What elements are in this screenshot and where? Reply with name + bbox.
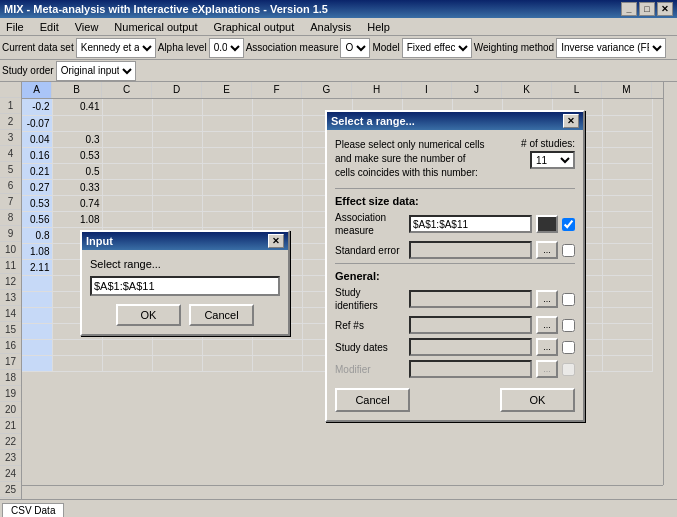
study-identifiers-checkbox[interactable] [562, 293, 575, 306]
cell-a6[interactable]: 0.27 [22, 179, 52, 195]
menu-graphical[interactable]: Graphical output [210, 20, 299, 34]
cell-f1[interactable] [252, 99, 302, 115]
cell-e6[interactable] [202, 179, 252, 195]
cell-d1[interactable] [152, 99, 202, 115]
association-checkbox[interactable] [562, 218, 575, 231]
minimize-btn[interactable]: _ [621, 2, 637, 16]
cell-a11[interactable]: 2.11 [22, 259, 52, 275]
cell-m10[interactable] [602, 243, 652, 259]
modifier-button[interactable]: ... [536, 360, 558, 378]
cell-m7[interactable] [602, 195, 652, 211]
cell-a2[interactable]: -0.07 [22, 115, 52, 131]
menu-analysis[interactable]: Analysis [306, 20, 355, 34]
col-header-c[interactable]: C [102, 82, 152, 98]
close-btn[interactable]: ✕ [657, 2, 673, 16]
input-dialog-close-btn[interactable]: ✕ [268, 234, 284, 248]
ref-numbers-checkbox[interactable] [562, 319, 575, 332]
cell-c7[interactable] [102, 195, 152, 211]
cell-a5[interactable]: 0.21 [22, 163, 52, 179]
weighting-select[interactable]: Inverse variance (FE) [556, 38, 666, 58]
cell-f5[interactable] [252, 163, 302, 179]
cell-a10[interactable]: 1.08 [22, 243, 52, 259]
input-cancel-button[interactable]: Cancel [189, 304, 254, 326]
association-measure-input[interactable] [409, 215, 532, 233]
cell-a3[interactable]: 0.04 [22, 131, 52, 147]
horizontal-scrollbar[interactable] [22, 485, 663, 499]
cell-m4[interactable] [602, 147, 652, 163]
cell-a9[interactable]: 0.8 [22, 227, 52, 243]
cell-e8[interactable] [202, 211, 252, 227]
col-header-h[interactable]: H [352, 82, 402, 98]
cell-f2[interactable] [252, 115, 302, 131]
association-select[interactable]: OR [340, 38, 370, 58]
cell-c3[interactable] [102, 131, 152, 147]
cell-d6[interactable] [152, 179, 202, 195]
cell-f3[interactable] [252, 131, 302, 147]
cell-b3[interactable]: 0.3 [52, 131, 102, 147]
cell-e2[interactable] [202, 115, 252, 131]
cell-c2[interactable] [102, 115, 152, 131]
cell-e3[interactable] [202, 131, 252, 147]
ref-numbers-input[interactable] [409, 316, 532, 334]
cell-a1[interactable]: -0.2 [22, 99, 52, 115]
col-header-e[interactable]: E [202, 82, 252, 98]
col-header-f[interactable]: F [252, 82, 302, 98]
col-header-d[interactable]: D [152, 82, 202, 98]
maximize-btn[interactable]: □ [639, 2, 655, 16]
cell-b5[interactable]: 0.5 [52, 163, 102, 179]
cell-a13[interactable] [22, 291, 52, 307]
alpha-select[interactable]: 0.05 [209, 38, 244, 58]
data-select[interactable]: Kennedy et al... [76, 38, 156, 58]
cell-a4[interactable]: 0.16 [22, 147, 52, 163]
study-identifiers-input[interactable] [409, 290, 532, 308]
cell-f6[interactable] [252, 179, 302, 195]
cell-e7[interactable] [202, 195, 252, 211]
cell-d7[interactable] [152, 195, 202, 211]
cell-e5[interactable] [202, 163, 252, 179]
menu-file[interactable]: File [2, 20, 28, 34]
cell-m9[interactable] [602, 227, 652, 243]
cell-d2[interactable] [152, 115, 202, 131]
cell-c6[interactable] [102, 179, 152, 195]
standard-error-checkbox[interactable] [562, 244, 575, 257]
range-cancel-button[interactable]: Cancel [335, 388, 410, 412]
cell-m3[interactable] [602, 131, 652, 147]
cell-b6[interactable]: 0.33 [52, 179, 102, 195]
study-identifiers-button[interactable]: ... [536, 290, 558, 308]
range-dialog-close-btn[interactable]: ✕ [563, 114, 579, 128]
menu-help[interactable]: Help [363, 20, 394, 34]
cell-f7[interactable] [252, 195, 302, 211]
menu-view[interactable]: View [71, 20, 103, 34]
modifier-input[interactable] [409, 360, 532, 378]
cell-b1[interactable]: 0.41 [52, 99, 102, 115]
range-input-field[interactable] [90, 276, 280, 296]
vertical-scrollbar[interactable] [663, 82, 677, 485]
cell-c8[interactable] [102, 211, 152, 227]
cell-d8[interactable] [152, 211, 202, 227]
cell-d5[interactable] [152, 163, 202, 179]
cell-b8[interactable]: 1.08 [52, 211, 102, 227]
col-header-a[interactable]: A [22, 82, 52, 98]
cell-m12[interactable] [602, 275, 652, 291]
cell-m2[interactable] [602, 115, 652, 131]
cell-b7[interactable]: 0.74 [52, 195, 102, 211]
col-header-g[interactable]: G [302, 82, 352, 98]
modifier-checkbox[interactable] [562, 363, 575, 376]
study-dates-checkbox[interactable] [562, 341, 575, 354]
cell-d3[interactable] [152, 131, 202, 147]
model-select[interactable]: Fixed effect [402, 38, 472, 58]
cell-a7[interactable]: 0.53 [22, 195, 52, 211]
cell-m8[interactable] [602, 211, 652, 227]
cell-e1[interactable] [202, 99, 252, 115]
study-dates-button[interactable]: ... [536, 338, 558, 356]
input-ok-button[interactable]: OK [116, 304, 181, 326]
association-color-button[interactable] [536, 215, 558, 233]
menu-numerical[interactable]: Numerical output [110, 20, 201, 34]
cell-a12[interactable] [22, 275, 52, 291]
cell-b4[interactable]: 0.53 [52, 147, 102, 163]
cell-m11[interactable] [602, 259, 652, 275]
cell-m1[interactable] [602, 99, 652, 115]
num-studies-select[interactable]: 11 10 12 [530, 151, 575, 169]
ref-numbers-button[interactable]: ... [536, 316, 558, 334]
menu-edit[interactable]: Edit [36, 20, 63, 34]
